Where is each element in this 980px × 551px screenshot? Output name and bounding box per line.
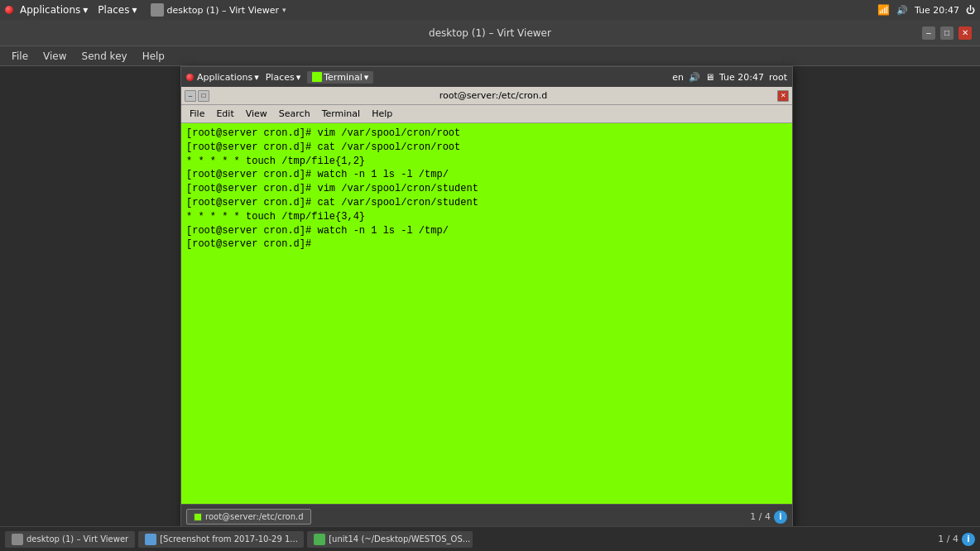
inner-titlebar: – □ root@server:/etc/cron.d ✕ — [181, 87, 792, 105]
os-taskbar-virt-viewer[interactable]: desktop (1) – Virt Viewer — [5, 531, 135, 548]
terminal-line: [root@server cron.d]# watch -n 1 ls -l /… — [186, 168, 787, 182]
system-time: Tue 20:47 — [915, 5, 959, 16]
window-taskbar-label: desktop (1) – Virt Viewer — [167, 5, 280, 16]
terminal-line: * * * * * touch /tmp/file{3,4} — [186, 210, 787, 224]
inner-menu-file[interactable]: File — [185, 108, 209, 120]
applications-label: Applications — [20, 4, 80, 16]
network-icon: 📶 — [877, 4, 890, 16]
inner-taskbar-term-icon — [194, 513, 202, 521]
inner-terminal-label: Terminal — [324, 72, 363, 83]
virt-viewer-icon — [151, 3, 164, 17]
menu-file[interactable]: File — [5, 49, 35, 64]
os-taskbar-screenshot-icon — [145, 534, 156, 545]
minimize-button[interactable]: – — [922, 26, 935, 40]
inner-lang: en — [672, 72, 684, 83]
terminal-line: [root@server cron.d]# vim /var/spool/cro… — [186, 182, 787, 196]
terminal-line: [root@server cron.d]# cat /var/spool/cro… — [186, 141, 787, 155]
virt-viewer-controls[interactable]: – □ ✕ — [922, 26, 972, 40]
virt-viewer-titlebar: desktop (1) – Virt Viewer – □ ✕ — [0, 20, 980, 46]
os-taskbar-unit-icon — [314, 534, 325, 545]
virt-viewer-title: desktop (1) – Virt Viewer — [58, 27, 922, 39]
inner-taskbar: root@server:/etc/cron.d 1 / 4 i — [181, 504, 792, 529]
inner-menu-help[interactable]: Help — [367, 108, 397, 120]
inner-minimize-btn[interactable]: – — [185, 90, 196, 102]
inner-places-label: Places — [266, 72, 295, 83]
close-button[interactable]: ✕ — [958, 26, 972, 40]
inner-places-chevron: ▾ — [296, 72, 301, 83]
window-taskbar-item[interactable]: desktop (1) – Virt Viewer ▾ — [151, 3, 286, 17]
inner-network: 🖥 — [705, 72, 714, 83]
fedora-logo — [5, 6, 13, 14]
os-taskbar-screenshot[interactable]: [Screenshot from 2017-10-29 1... — [138, 531, 304, 548]
inner-terminal-icon — [312, 72, 322, 82]
os-taskbar: desktop (1) – Virt Viewer [Screenshot fr… — [0, 526, 980, 551]
terminal-line: * * * * * touch /tmp/file{1,2} — [186, 155, 787, 169]
terminal-line: [root@server cron.d]# — [186, 237, 787, 252]
terminal-content[interactable]: [root@server cron.d]# vim /var/spool/cro… — [181, 123, 792, 505]
inner-fedora-logo — [186, 74, 194, 81]
inner-places-menu[interactable]: Places ▾ — [266, 72, 301, 83]
inner-applications-label: Applications — [197, 72, 252, 83]
terminal-line: [root@server cron.d]# vim /var/spool/cro… — [186, 127, 787, 141]
inner-pagination-text: 1 / 4 — [750, 511, 771, 522]
inner-menu-edit[interactable]: Edit — [211, 108, 238, 120]
inner-title-controls-right[interactable]: ✕ — [777, 90, 789, 102]
inner-info-icon[interactable]: i — [774, 510, 787, 524]
os-pagination: 1 / 4 i — [938, 533, 975, 546]
inner-maximize-btn[interactable]: □ — [198, 90, 209, 102]
inner-menu-search[interactable]: Search — [274, 108, 315, 120]
os-info-icon[interactable]: i — [962, 533, 975, 546]
inner-applications-menu[interactable]: Applications ▾ — [197, 72, 259, 83]
applications-menu[interactable]: Applications ▾ — [17, 2, 91, 17]
inner-menubar: File Edit View Search Terminal Help — [181, 105, 792, 123]
places-chevron: ▾ — [132, 4, 137, 16]
os-taskbar-unit[interactable]: [unit14 (~/Desktop/WESTOS_OS... — [307, 531, 473, 548]
menu-view[interactable]: View — [36, 49, 73, 64]
virt-viewer-menubar: File View Send key Help — [0, 46, 980, 66]
places-label: Places — [98, 4, 129, 16]
maximize-button[interactable]: □ — [940, 26, 954, 40]
inner-volume: 🔊 — [689, 72, 700, 83]
inner-taskbar-item[interactable]: root@server:/etc/cron.d — [186, 509, 311, 525]
terminal-line: [root@server cron.d]# cat /var/spool/cro… — [186, 196, 787, 210]
inner-user: root — [769, 72, 787, 83]
os-pagination-text: 1 / 4 — [938, 534, 958, 544]
applications-chevron: ▾ — [83, 4, 88, 16]
inner-title-controls-left[interactable]: – □ — [185, 90, 209, 102]
inner-close-btn[interactable]: ✕ — [777, 90, 789, 102]
os-taskbar-vm-label: desktop (1) – Virt Viewer — [26, 534, 128, 544]
inner-menu-view[interactable]: View — [241, 108, 272, 120]
os-taskbar-screenshot-label: [Screenshot from 2017-10-29 1... — [160, 534, 298, 544]
inner-terminal-menu[interactable]: Terminal ▾ — [307, 71, 373, 84]
terminal-line: [root@server cron.d]# watch -n 1 ls -l /… — [186, 224, 787, 238]
menu-send-key[interactable]: Send key — [75, 49, 134, 64]
vm-window: Applications ▾ Places ▾ Terminal ▾ en 🔊 … — [180, 66, 793, 529]
system-bar: Applications ▾ Places ▾ desktop (1) – Vi… — [0, 0, 980, 20]
inner-terminal-chevron: ▾ — [364, 72, 369, 83]
inner-window-title: root@server:/etc/cron.d — [209, 90, 777, 101]
power-icon[interactable]: ⏻ — [966, 5, 975, 16]
inner-time: Tue 20:47 — [719, 72, 764, 83]
system-bar-left: Applications ▾ Places ▾ desktop (1) – Vi… — [5, 2, 286, 17]
inner-sysbar-right: en 🔊 🖥 Tue 20:47 root — [672, 72, 787, 83]
volume-icon: 🔊 — [896, 5, 908, 16]
inner-applications-chevron: ▾ — [254, 72, 259, 83]
inner-taskbar-label: root@server:/etc/cron.d — [205, 512, 304, 521]
inner-sysbar-left: Applications ▾ Places ▾ Terminal ▾ — [186, 71, 373, 84]
inner-pagination: 1 / 4 i — [750, 510, 787, 524]
system-bar-right: 📶 🔊 Tue 20:47 ⏻ — [877, 4, 975, 16]
os-taskbar-unit-label: [unit14 (~/Desktop/WESTOS_OS... — [329, 534, 470, 544]
places-menu[interactable]: Places ▾ — [94, 2, 140, 17]
inner-system-bar: Applications ▾ Places ▾ Terminal ▾ en 🔊 … — [181, 67, 792, 87]
window-chevron: ▾ — [282, 6, 286, 14]
inner-menu-terminal[interactable]: Terminal — [317, 108, 366, 120]
os-taskbar-vm-icon — [12, 534, 23, 545]
menu-help[interactable]: Help — [136, 49, 171, 64]
